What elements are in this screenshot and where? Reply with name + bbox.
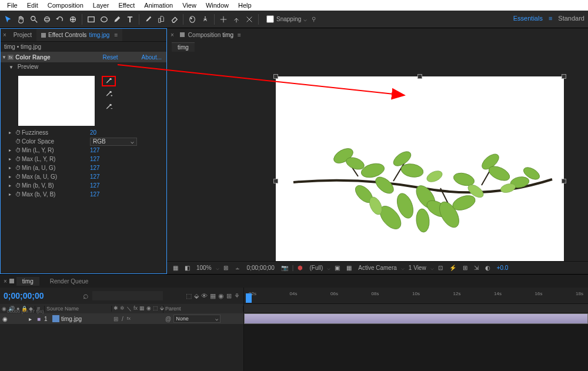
playhead[interactable] <box>246 293 252 303</box>
timeline-tab[interactable]: timg <box>16 277 39 286</box>
fast-preview-icon[interactable]: ⚡ <box>447 265 459 271</box>
collapse-icon[interactable]: ▼ <box>2 55 6 60</box>
timeline-icon[interactable]: ⊞ <box>460 265 470 271</box>
time-ruler[interactable]: 02s04s06s08s10s12s14s16s18s <box>244 288 588 304</box>
effect-controls-tab[interactable]: Effect Controls timg.jpg ≡ <box>36 29 122 41</box>
roi-icon[interactable]: ▣ <box>332 265 342 271</box>
draft3d-icon[interactable]: ⬙ <box>194 292 199 300</box>
menu-icon[interactable]: ≡ <box>549 15 552 22</box>
zoom-value[interactable]: 100% <box>194 265 214 271</box>
stopwatch-icon[interactable]: ⏱ <box>15 129 22 136</box>
video-toggle[interactable]: ◉ <box>2 316 9 322</box>
local-axis-tool[interactable] <box>218 14 229 25</box>
resolution-menu[interactable]: (Full) <box>307 265 325 271</box>
layer-row[interactable]: ◉ ▸ ■ 1 timg.jpg ⊞/fx @ None⌵ <box>0 313 243 324</box>
menu-effect[interactable]: Effect <box>113 1 139 9</box>
menu-animation[interactable]: Animation <box>139 1 178 9</box>
ellipse-tool[interactable] <box>98 14 110 25</box>
layer-switches[interactable]: ⊞/fx <box>112 316 163 322</box>
viewport[interactable] <box>276 76 564 261</box>
type-tool[interactable]: T <box>124 14 136 25</box>
close-panel-icon[interactable]: × <box>1 278 9 285</box>
search-input[interactable] <box>92 291 163 300</box>
stopwatch-icon[interactable]: ⏱ <box>15 182 22 189</box>
video-col-icon[interactable]: ◉ <box>2 306 6 312</box>
anchor-tool[interactable] <box>67 14 79 25</box>
menu-help[interactable]: Help <box>233 1 256 9</box>
current-timecode[interactable]: 0;00;00;00 <box>4 291 44 300</box>
property-dropdown[interactable]: RGB⌵ <box>90 138 137 146</box>
tab-menu-icon[interactable]: ≡ <box>238 32 241 38</box>
world-axis-tool[interactable] <box>230 14 242 25</box>
orbit-tool[interactable] <box>41 14 53 25</box>
rotation-tool[interactable] <box>54 14 66 25</box>
stopwatch-icon[interactable]: ⏱ <box>15 191 22 198</box>
snapping-toggle[interactable]: Snapping ⌵ ⚲ <box>266 15 316 23</box>
timecode-display[interactable]: 0;00;00;00 <box>245 265 277 271</box>
property-value[interactable]: 127 <box>90 173 100 180</box>
reset-exposure-icon[interactable]: ◐ <box>483 265 493 271</box>
motion-blur-icon[interactable]: ◉ <box>218 292 224 300</box>
snapping-checkbox[interactable] <box>266 15 274 23</box>
property-value[interactable]: 127 <box>90 182 100 189</box>
ruler-icon[interactable]: ⫠ <box>232 265 243 271</box>
roto-tool[interactable] <box>186 14 198 25</box>
search-icon[interactable]: ⌕ <box>83 290 89 301</box>
layer-bar[interactable] <box>244 313 588 324</box>
flowchart-icon[interactable]: ⇲ <box>472 265 481 271</box>
reset-link[interactable]: Reset <box>102 54 118 61</box>
camera-menu[interactable]: Active Camera <box>356 265 399 271</box>
view-axis-tool[interactable] <box>243 14 255 25</box>
handle[interactable] <box>273 179 278 183</box>
puppet-tool[interactable] <box>199 14 211 25</box>
expand-icon[interactable]: ▸ <box>27 316 35 322</box>
frame-blend-icon[interactable]: ▦ <box>210 292 216 300</box>
mask-icon[interactable]: ◧ <box>182 265 192 271</box>
expand-icon[interactable]: ▸ <box>9 130 15 135</box>
eraser-tool[interactable] <box>168 14 180 25</box>
menu-edit[interactable]: Edit <box>22 1 43 9</box>
handle[interactable] <box>417 74 422 79</box>
resolution-icon[interactable]: ⊞ <box>221 265 230 271</box>
eyedropper-tool[interactable] <box>102 76 116 86</box>
graph-editor-icon[interactable]: ⊞ <box>226 292 232 300</box>
pen-tool[interactable] <box>111 14 123 25</box>
handle[interactable] <box>273 74 278 79</box>
tab-menu-icon[interactable]: ≡ <box>114 32 118 38</box>
stopwatch-icon[interactable]: ⏱ <box>15 165 22 171</box>
eyedropper-add-tool[interactable] <box>102 89 116 99</box>
workspace-standard[interactable]: Standard <box>558 15 584 22</box>
expand-icon[interactable]: ▸ <box>9 148 15 153</box>
canvas[interactable] <box>167 52 588 261</box>
property-value[interactable]: 127 <box>90 156 100 162</box>
expand-icon[interactable]: ▸ <box>9 174 15 179</box>
collapse-icon[interactable]: ▼ <box>9 65 14 70</box>
layer-name[interactable]: timg.jpg <box>51 315 112 322</box>
zoom-tool[interactable] <box>28 14 40 25</box>
shy-icon[interactable]: 👁 <box>201 292 208 300</box>
transparency-icon[interactable]: ▦ <box>344 265 354 271</box>
comp-tab[interactable]: timg <box>172 42 195 52</box>
exposure-value[interactable]: +0.0 <box>495 265 511 271</box>
fx-badge[interactable]: fx <box>8 55 14 60</box>
eyedropper-subtract-tool[interactable] <box>102 102 116 112</box>
menu-composition[interactable]: Composition <box>43 1 88 9</box>
close-panel-icon[interactable]: × <box>1 32 9 38</box>
expand-icon[interactable]: ▸ <box>9 192 15 197</box>
stopwatch-icon[interactable]: ⏱ <box>15 138 22 145</box>
stopwatch-icon[interactable]: ⏱ <box>15 147 22 153</box>
pickwhip-icon[interactable]: @ <box>165 316 171 322</box>
snapping-options-icon[interactable]: ⚲ <box>312 16 316 22</box>
brush-tool[interactable] <box>142 14 154 25</box>
snapshot-icon[interactable]: 📷 <box>279 265 290 271</box>
menu-view[interactable]: View <box>178 1 201 9</box>
stopwatch-icon[interactable]: ⏱ <box>15 173 22 180</box>
stopwatch-icon[interactable]: ⏱ <box>15 156 22 162</box>
expand-icon[interactable]: ▸ <box>9 165 15 171</box>
about-link[interactable]: About... <box>142 54 165 61</box>
view-layout[interactable]: 1 View <box>406 265 429 271</box>
expand-icon[interactable]: ▸ <box>9 156 15 162</box>
render-queue-tab[interactable]: Render Queue <box>44 277 95 286</box>
timeline-right[interactable]: 02s04s06s08s10s12s14s16s18s <box>244 288 588 371</box>
project-tab[interactable]: Project <box>9 29 36 41</box>
